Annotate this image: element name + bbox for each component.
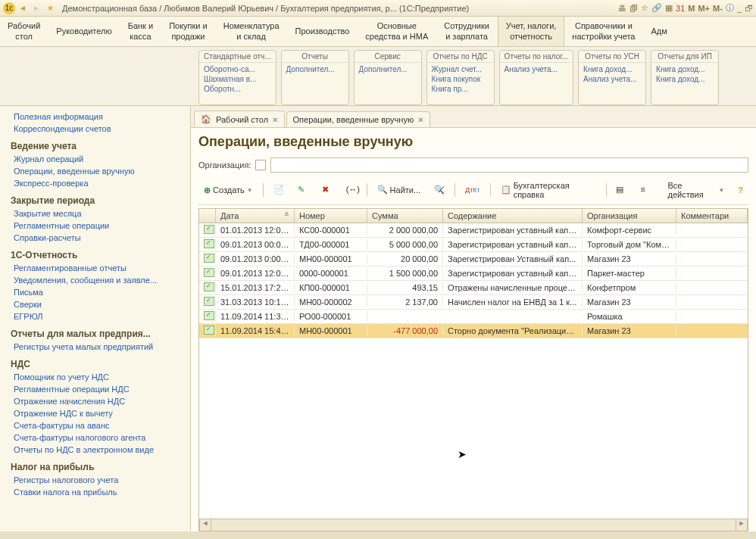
menu-item[interactable]: Покупки ипродажи: [161, 17, 216, 46]
sidebar-link[interactable]: Счета-фактуры на аванс: [0, 419, 190, 432]
sidebar-link[interactable]: Отражение НДС к вычету: [0, 407, 190, 419]
copy-button[interactable]: 📄: [268, 182, 289, 198]
create-button[interactable]: ⊕Создать▼: [198, 183, 258, 198]
sidebar-link[interactable]: Отчеты по НДС в электронном виде: [0, 444, 190, 456]
all-actions-button[interactable]: Все действия▼: [662, 179, 729, 201]
sidebar-link[interactable]: Регистры учета малых предприятий: [0, 341, 190, 353]
back-icon[interactable]: ◄: [17, 2, 29, 14]
toolbar-link[interactable]: Анализ учета...: [505, 64, 568, 74]
print2-icon[interactable]: 🗐: [629, 4, 638, 13]
col-date[interactable]: Дата≜: [216, 209, 295, 223]
toolbar-link[interactable]: Книга доход...: [583, 64, 641, 74]
col-number[interactable]: Номер: [295, 209, 367, 223]
calendar-icon[interactable]: 31: [676, 4, 685, 13]
table-row[interactable]: 31.03.2013 10:19:29МН00-0000022 137,00На…: [199, 295, 748, 310]
delete-button[interactable]: ✖: [317, 182, 338, 198]
col-org[interactable]: Организация: [583, 209, 676, 223]
m-button[interactable]: M: [688, 4, 695, 13]
toolbar-link[interactable]: Дополнител...: [359, 64, 417, 74]
menu-item[interactable]: Руководителю: [48, 17, 120, 46]
clear-find-button[interactable]: 🔍̸: [429, 182, 450, 198]
org-checkbox[interactable]: [255, 160, 266, 170]
find-button[interactable]: 🔍Найти...: [372, 182, 426, 198]
toolbar-link[interactable]: Журнал счет...: [432, 64, 489, 74]
sidebar-link[interactable]: Счета-фактуры налогового агента: [0, 432, 190, 444]
scroll-left-icon[interactable]: ◄: [199, 519, 211, 531]
refresh-button[interactable]: (↔): [341, 182, 362, 198]
menu-item[interactable]: Сотрудникии зарплата: [436, 17, 498, 46]
list-button[interactable]: ≡: [635, 182, 656, 198]
toolbar-link[interactable]: Анализ учета...: [583, 74, 641, 84]
table-row[interactable]: 11.09.2014 15:49:55МН00-000001-477 000,0…: [199, 324, 748, 338]
m-minus-button[interactable]: M-: [713, 4, 723, 13]
print-icon[interactable]: 🖶: [618, 4, 626, 13]
tab[interactable]: 🏠Рабочий стол×: [194, 111, 285, 127]
sidebar-link[interactable]: Уведомления, сообщения и заявле...: [0, 274, 190, 286]
col-desc[interactable]: Содержание: [443, 209, 583, 223]
sidebar-link[interactable]: Регистры налогового учета: [0, 474, 190, 486]
sidebar-link[interactable]: Закрытие месяца: [0, 207, 190, 220]
sidebar-link[interactable]: Журнал операций: [0, 153, 190, 165]
col-icon[interactable]: [199, 209, 216, 223]
scroll-right-icon[interactable]: ►: [736, 519, 748, 531]
table-row[interactable]: 15.01.2013 17:29:56КП00-000001493,15Отра…: [199, 281, 748, 295]
toolbar-link[interactable]: Книга доход...: [656, 74, 714, 84]
toolbar-link[interactable]: Дополнител...: [286, 64, 344, 74]
min-icon[interactable]: _: [737, 4, 742, 13]
col-comment[interactable]: Комментари: [676, 209, 748, 223]
fwd-icon[interactable]: ►: [30, 2, 42, 14]
sidebar-link[interactable]: Регламентированные отчеты: [0, 262, 190, 274]
sidebar-link[interactable]: Письма: [0, 286, 190, 298]
sidebar-link[interactable]: Корреспонденции счетов: [0, 123, 190, 135]
grid-icon[interactable]: ▦: [665, 3, 673, 13]
sidebar-link[interactable]: Отражение начисления НДС: [0, 395, 190, 407]
sidebar-link[interactable]: Экспресс-проверка: [0, 177, 190, 189]
m-plus-button[interactable]: M+: [698, 4, 710, 13]
buh-spravka-button[interactable]: 📋Бухгалтерская справка: [495, 179, 601, 201]
sidebar-link[interactable]: Помощник по учету НДС: [0, 371, 190, 383]
link-icon[interactable]: 🔗: [651, 3, 662, 13]
table-row[interactable]: 01.01.2013 12:00:00КС00-0000012 000 000,…: [199, 223, 748, 238]
table-row[interactable]: 09.01.2013 12:00:010000-0000011 500 000,…: [199, 266, 748, 281]
sidebar-link[interactable]: ЕГРЮЛ: [0, 310, 190, 322]
toolbar-link[interactable]: Книга покупок: [432, 74, 489, 84]
menu-item[interactable]: Банк икасса: [120, 17, 161, 46]
sidebar-link[interactable]: Регламентные операции НДС: [0, 383, 190, 395]
tab[interactable]: Операции, введенные вручную×: [286, 111, 430, 127]
toolbar-link[interactable]: Оборотн...: [204, 84, 271, 94]
toolbar-link[interactable]: Книга доход...: [656, 64, 714, 74]
close-icon[interactable]: ×: [418, 115, 423, 124]
dt-kt-button[interactable]: ДтКт: [460, 184, 486, 196]
fav-icon[interactable]: ★: [44, 2, 56, 14]
h-scrollbar[interactable]: ◄ ►: [199, 519, 748, 531]
menu-item[interactable]: Справочники инастройки учета: [564, 17, 643, 46]
table-row[interactable]: 09.01.2013 00:00:01ТД00-0000015 000 000,…: [199, 238, 748, 252]
report-button[interactable]: ▤: [611, 182, 632, 198]
toolbar-link[interactable]: Шахматная в...: [204, 74, 271, 84]
sidebar-link[interactable]: Регламентные операции: [0, 220, 190, 232]
toolbar-link[interactable]: Книга пр...: [432, 84, 489, 94]
close-icon[interactable]: ×: [273, 115, 277, 124]
org-input[interactable]: [270, 157, 748, 173]
menu-item[interactable]: Производство: [288, 17, 358, 46]
sidebar-link[interactable]: Операции, введенные вручную: [0, 165, 190, 177]
sidebar-link[interactable]: Сверки: [0, 298, 190, 310]
menu-item[interactable]: Адм: [643, 17, 675, 46]
sidebar-link[interactable]: Справки-расчеты: [0, 232, 190, 244]
menu-item[interactable]: Номенклатураи склад: [216, 17, 288, 46]
menu-item[interactable]: Рабочийстол: [0, 17, 48, 46]
menu-item[interactable]: Основныесредства и НМА: [358, 17, 436, 46]
sidebar-link[interactable]: Полезная информация: [0, 111, 190, 123]
info-icon[interactable]: ⓘ: [726, 2, 734, 14]
grid-body[interactable]: 01.01.2013 12:00:00КС00-0000012 000 000,…: [199, 223, 748, 519]
edit-button[interactable]: ✎: [292, 182, 314, 198]
col-sum[interactable]: Сумма: [367, 209, 443, 223]
sidebar-link[interactable]: Ставки налога на прибыль: [0, 486, 190, 498]
menu-item[interactable]: Учет, налоги,отчетность: [498, 17, 564, 46]
toolbar-link[interactable]: Оборотно-са...: [204, 64, 271, 74]
max-icon[interactable]: 🗗: [745, 4, 753, 13]
star-icon[interactable]: ☆: [641, 3, 648, 13]
table-row[interactable]: 09.01.2013 0:00:02МН00-00000120 000,00За…: [199, 252, 748, 266]
help-button[interactable]: ?: [733, 183, 748, 197]
table-row[interactable]: 11.09.2014 11:38:14РО00-000001Ромашка: [199, 310, 748, 324]
